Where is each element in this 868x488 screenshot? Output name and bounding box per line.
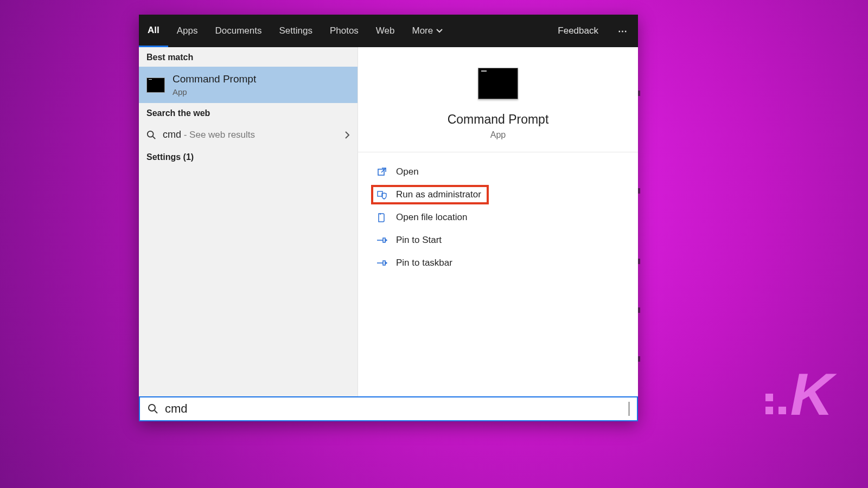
action-open[interactable]: Open — [371, 162, 424, 182]
feedback-link[interactable]: Feedback — [548, 25, 608, 36]
text-caret — [629, 402, 629, 416]
more-menu-button[interactable]: ⋯ — [608, 25, 638, 37]
watermark-logo: K — [765, 359, 830, 428]
web-result-text: cmd - See web results — [163, 129, 338, 140]
start-search-window: All Apps Documents Settings Photos Web M… — [139, 15, 638, 421]
chevron-right-icon — [344, 131, 350, 139]
tab-documents[interactable]: Documents — [206, 15, 270, 47]
admin-shield-icon — [376, 190, 387, 200]
best-match-title: Command Prompt — [173, 73, 256, 85]
search-body: Best match Command Prompt App Search the… — [139, 47, 638, 396]
pin-icon — [376, 259, 387, 267]
action-run-admin-label: Run as administrator — [396, 189, 481, 200]
preview-subtitle: App — [490, 130, 506, 140]
action-pin-start-label: Pin to Start — [396, 235, 442, 246]
best-match-text: Command Prompt App — [173, 73, 256, 97]
action-open-file-location[interactable]: Open file location — [371, 208, 473, 227]
tab-web[interactable]: Web — [367, 15, 404, 47]
preview-header: Command Prompt App — [358, 47, 638, 152]
svg-point-4 — [149, 404, 155, 411]
tab-photos[interactable]: Photos — [321, 15, 367, 47]
tab-more[interactable]: More — [404, 15, 452, 47]
results-pane: Best match Command Prompt App Search the… — [139, 47, 358, 396]
search-filter-tabbar: All Apps Documents Settings Photos Web M… — [139, 15, 638, 47]
tab-more-label: More — [412, 25, 433, 36]
preview-title: Command Prompt — [448, 112, 549, 127]
svg-line-1 — [153, 136, 156, 139]
window-edge-artifact — [638, 15, 641, 421]
web-result-item[interactable]: cmd - See web results — [139, 123, 358, 147]
search-bar[interactable] — [139, 396, 638, 421]
watermark-dots-icon — [765, 394, 786, 414]
chevron-down-icon — [436, 28, 443, 34]
web-result-suffix: - See web results — [181, 130, 255, 140]
action-pin-to-taskbar[interactable]: Pin to taskbar — [371, 253, 458, 273]
pin-icon — [376, 236, 387, 244]
web-result-term: cmd — [163, 129, 181, 140]
svg-line-5 — [155, 410, 157, 413]
action-run-as-administrator[interactable]: Run as administrator — [371, 185, 489, 204]
search-icon — [148, 403, 158, 414]
action-open-label: Open — [396, 166, 419, 177]
tab-all[interactable]: All — [139, 15, 168, 47]
preview-actions: Open Run as administrator Open file loca… — [358, 152, 638, 282]
best-match-subtitle: App — [173, 87, 256, 97]
settings-results-label[interactable]: Settings (1) — [139, 147, 358, 166]
open-icon — [376, 167, 387, 177]
search-icon — [146, 130, 156, 140]
best-match-label: Best match — [139, 47, 358, 67]
command-prompt-icon-large — [478, 68, 518, 99]
folder-icon — [376, 213, 387, 222]
svg-point-0 — [148, 131, 154, 137]
action-open-loc-label: Open file location — [396, 212, 467, 223]
command-prompt-icon — [146, 78, 165, 93]
tab-apps[interactable]: Apps — [168, 15, 207, 47]
best-match-item[interactable]: Command Prompt App — [139, 67, 358, 103]
watermark-letter: K — [790, 359, 830, 428]
action-pin-taskbar-label: Pin to taskbar — [396, 258, 452, 268]
search-input[interactable] — [165, 402, 624, 416]
preview-pane: Command Prompt App Open Run as administr… — [358, 47, 638, 396]
action-pin-to-start[interactable]: Pin to Start — [371, 230, 447, 250]
search-web-label: Search the web — [139, 103, 358, 123]
tab-settings[interactable]: Settings — [270, 15, 321, 47]
